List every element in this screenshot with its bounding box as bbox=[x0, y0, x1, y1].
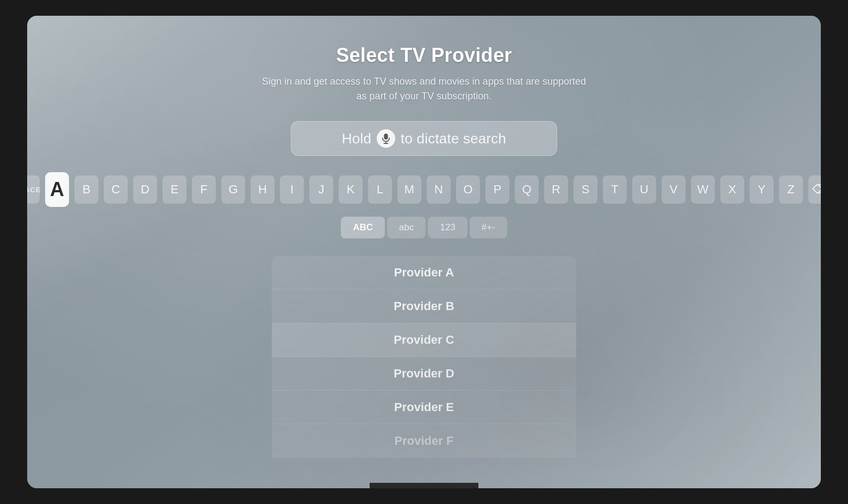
page-title: Select TV Provider bbox=[336, 44, 512, 67]
key-i[interactable]: I bbox=[280, 175, 304, 204]
key-z[interactable]: Z bbox=[779, 175, 803, 204]
key-m[interactable]: M bbox=[397, 175, 421, 204]
provider-item-d[interactable]: Provider D bbox=[272, 357, 576, 390]
screen: Select TV Provider Sign in and get acces… bbox=[27, 16, 821, 488]
dictate-bar[interactable]: Hold to dictate search bbox=[291, 121, 557, 156]
key-s[interactable]: S bbox=[573, 175, 597, 204]
key-c[interactable]: C bbox=[104, 175, 128, 204]
delete-key[interactable]: ⌫ bbox=[808, 175, 821, 204]
key-e[interactable]: E bbox=[163, 175, 186, 204]
dictate-prefix: Hold bbox=[342, 130, 371, 147]
dictate-suffix: to dictate search bbox=[401, 130, 506, 147]
provider-item-e[interactable]: Provider E bbox=[272, 390, 576, 424]
key-g[interactable]: G bbox=[221, 175, 245, 204]
key-u[interactable]: U bbox=[632, 175, 656, 204]
provider-item-c[interactable]: Provider C bbox=[272, 323, 576, 357]
key-b[interactable]: B bbox=[74, 175, 98, 204]
key-n[interactable]: N bbox=[427, 175, 451, 204]
key-a[interactable]: A bbox=[45, 172, 69, 207]
page-subtitle: Sign in and get access to TV shows and m… bbox=[255, 74, 593, 104]
key-d[interactable]: D bbox=[133, 175, 157, 204]
mode-numeric[interactable]: 123 bbox=[428, 217, 467, 238]
provider-list: Provider A Provider B Provider C Provide… bbox=[272, 256, 576, 458]
key-q[interactable]: Q bbox=[515, 175, 539, 204]
mode-abc-lower[interactable]: abc bbox=[387, 217, 426, 238]
key-p[interactable]: P bbox=[485, 175, 509, 204]
key-t[interactable]: T bbox=[603, 175, 627, 204]
key-w[interactable]: W bbox=[691, 175, 715, 204]
mode-symbols[interactable]: #+- bbox=[470, 217, 507, 238]
space-key[interactable]: SPACE bbox=[27, 175, 40, 204]
mic-icon bbox=[377, 129, 395, 148]
key-k[interactable]: K bbox=[339, 175, 363, 204]
key-r[interactable]: R bbox=[544, 175, 568, 204]
provider-item-a[interactable]: Provider A bbox=[272, 256, 576, 289]
key-x[interactable]: X bbox=[720, 175, 744, 204]
svg-rect-0 bbox=[384, 134, 388, 140]
key-y[interactable]: Y bbox=[750, 175, 774, 204]
provider-item-b[interactable]: Provider B bbox=[272, 289, 576, 323]
tv-frame: Select TV Provider Sign in and get acces… bbox=[27, 16, 821, 488]
keyboard-row: SPACE A B C D E F G H I J K L M N O P Q … bbox=[27, 172, 821, 207]
mode-row: ABC abc 123 #+- bbox=[341, 217, 507, 238]
mode-abc-upper[interactable]: ABC bbox=[341, 217, 385, 238]
key-l[interactable]: L bbox=[368, 175, 392, 204]
tv-stand bbox=[370, 483, 478, 488]
key-v[interactable]: V bbox=[662, 175, 685, 204]
key-f[interactable]: F bbox=[192, 175, 216, 204]
key-j[interactable]: J bbox=[309, 175, 333, 204]
provider-item-f[interactable]: Provider F bbox=[272, 424, 576, 458]
key-o[interactable]: O bbox=[456, 175, 480, 204]
key-h[interactable]: H bbox=[251, 175, 275, 204]
